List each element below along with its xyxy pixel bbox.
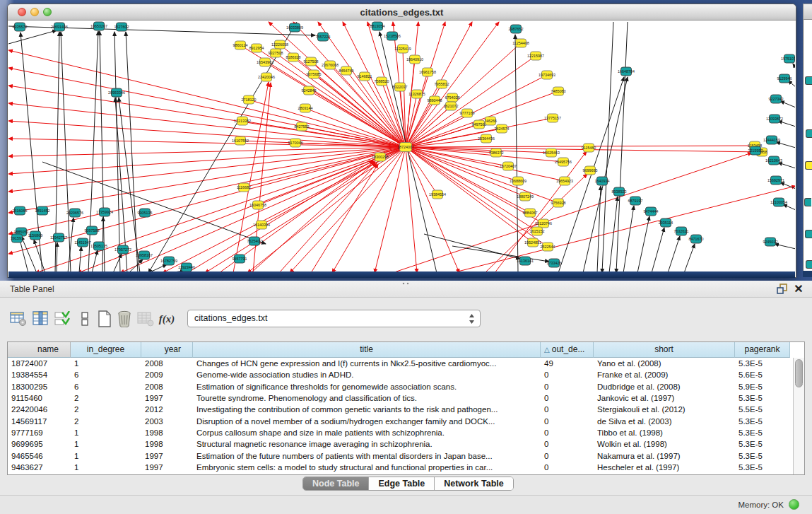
graph-node[interactable]: 9457791 — [233, 255, 247, 263]
graph-node[interactable]: 13775157 — [544, 114, 561, 122]
table-body[interactable]: 1872400712008Changes of HCN gene express… — [8, 358, 793, 474]
graph-node[interactable]: 16648784 — [618, 67, 635, 76]
graph-node[interactable]: 1621072 — [444, 102, 459, 110]
graph-node[interactable]: 9170046 — [288, 139, 303, 147]
citation-edge-black[interactable] — [148, 22, 297, 271]
citation-edge-black[interactable] — [129, 259, 143, 271]
graph-node[interactable]: 1640934 — [595, 177, 610, 185]
graph-node[interactable]: 18640910 — [406, 55, 423, 64]
float-panel-icon[interactable] — [777, 284, 789, 295]
citation-edge-black[interactable] — [452, 246, 549, 262]
import-table-icon[interactable] — [136, 309, 155, 329]
graph-node[interactable]: 10025463 — [543, 148, 560, 157]
graph-node[interactable]: 18807249 — [517, 192, 534, 201]
graph-node[interactable]: 9127508 — [304, 57, 319, 66]
citation-edge-black[interactable] — [776, 142, 795, 148]
table-row[interactable]: 1456911722003Disruption of a novel membe… — [8, 416, 793, 427]
graph-node[interactable]: 7625402 — [247, 237, 262, 245]
citation-edge-red[interactable] — [8, 147, 406, 234]
citation-edge-red[interactable] — [406, 147, 437, 194]
graph-node[interactable]: 9242848 — [302, 86, 317, 95]
graph-node[interactable]: 9375685 — [307, 70, 322, 78]
graph-node[interactable]: 9245012 — [763, 238, 778, 246]
graph-node[interactable]: 19524851 — [524, 238, 541, 247]
graph-node[interactable]: 8938923 — [612, 187, 627, 196]
citation-edge-red[interactable] — [375, 147, 406, 271]
column-header-in_degree[interactable]: in_degree — [71, 342, 141, 358]
column-header-short[interactable]: short — [594, 342, 735, 358]
graph-node[interactable]: 11325419 — [394, 45, 411, 53]
graph-node[interactable]: 2718120 — [242, 95, 257, 104]
citation-edge-black[interactable] — [684, 244, 695, 271]
citation-edge-red[interactable] — [8, 147, 406, 192]
function-builder-icon[interactable]: f(x) — [157, 309, 177, 329]
graph-node[interactable]: 9129946 — [777, 74, 792, 83]
graph-node[interactable]: 15751074 — [781, 54, 795, 63]
column-header-title[interactable]: title — [193, 342, 541, 358]
citation-edge-red[interactable] — [276, 53, 406, 147]
table-row[interactable]: 1872400712008Changes of HCN gene express… — [8, 358, 793, 369]
graph-node[interactable]: 7557224 — [316, 33, 331, 41]
new-table-icon[interactable] — [95, 309, 114, 329]
graph-node[interactable]: 8912954 — [249, 44, 264, 52]
graph-node[interactable]: 1156869 — [28, 231, 43, 240]
graph-node[interactable]: 12226058 — [271, 40, 288, 49]
citation-edge-black[interactable] — [515, 35, 518, 271]
citation-edge-black[interactable] — [88, 31, 98, 271]
graph-node[interactable]: 2935114 — [659, 218, 673, 227]
graph-node[interactable]: 9227343 — [769, 95, 784, 103]
graph-node[interactable]: 20953346 — [108, 88, 125, 97]
memory-indicator-icon[interactable] — [789, 499, 799, 510]
graph-node[interactable]: 20206576 — [66, 209, 83, 217]
delete-table-icon[interactable] — [114, 309, 134, 329]
table-row[interactable]: 946554611997Estimation of the future num… — [8, 450, 793, 462]
citation-edge-red[interactable] — [406, 147, 533, 243]
table-selector-dropdown[interactable]: citations_edges.txt — [187, 310, 481, 327]
graph-node[interactable]: 16961758 — [419, 68, 436, 76]
graph-node[interactable]: 2803144 — [298, 104, 313, 112]
graph-node[interactable]: 8454749 — [339, 66, 354, 75]
citation-edge-red[interactable] — [8, 147, 406, 156]
window-titlebar[interactable]: citations_edges.txt — [8, 4, 796, 21]
citation-edge-red[interactable] — [247, 147, 406, 271]
citation-edge-red[interactable] — [8, 147, 406, 254]
citation-edge-black[interactable] — [780, 101, 795, 107]
close-panel-icon[interactable]: ✕ — [792, 283, 805, 296]
citation-edge-black[interactable] — [668, 236, 680, 271]
graph-node[interactable]: 6794028 — [445, 93, 460, 102]
table-row[interactable]: 969969511998Structural magnetic resonanc… — [8, 438, 793, 450]
graph-node[interactable]: 3215953 — [748, 146, 763, 155]
network-window[interactable]: citations_edges.txt 98601248912954122260… — [7, 4, 796, 278]
citation-edge-black[interactable] — [609, 197, 618, 271]
graph-node[interactable]: 9699695 — [583, 166, 598, 175]
graph-node[interactable]: 12942757 — [50, 233, 67, 242]
graph-node[interactable]: 23676068 — [322, 61, 339, 69]
table-row[interactable]: 911546021997Tourette syndrome. Phenomeno… — [8, 392, 793, 404]
graph-node[interactable]: 391591 — [11, 234, 23, 243]
graph-node[interactable]: 19384554 — [429, 190, 446, 199]
citation-edge-black[interactable] — [783, 204, 795, 210]
graph-node[interactable]: 9756928 — [551, 199, 566, 207]
graph-node[interactable]: 1733426 — [547, 259, 562, 267]
citation-edge-black[interactable] — [126, 32, 138, 271]
table-row[interactable]: 1938455462009Genome-wide association stu… — [8, 369, 793, 380]
graph-node[interactable]: 7485083 — [551, 87, 566, 95]
graph-node[interactable]: 19654923 — [556, 177, 573, 185]
graph-node[interactable]: 16782759 — [160, 257, 177, 265]
graph-node[interactable]: 4935572 — [13, 23, 28, 31]
citation-edge-black[interactable] — [775, 244, 795, 249]
citation-edge-black[interactable] — [623, 206, 634, 271]
graph-node[interactable]: 7955812 — [435, 80, 449, 88]
scrollbar-thumb[interactable] — [795, 359, 803, 387]
graph-node[interactable]: 12923446 — [178, 263, 195, 271]
column-header-year[interactable]: year — [141, 342, 193, 358]
citation-edge-black[interactable] — [114, 32, 120, 271]
graph-node[interactable]: 2516065 — [13, 206, 28, 215]
graph-node[interactable]: 9327508 — [269, 49, 283, 57]
citation-edge-black[interactable] — [100, 31, 105, 271]
graph-node[interactable]: 17957272 — [114, 245, 131, 254]
graph-hub-node[interactable]: 18724007 — [397, 143, 414, 152]
graph-node[interactable]: 9115460 — [582, 144, 596, 152]
citation-edge-black[interactable] — [652, 228, 664, 271]
graph-node[interactable]: 9474444 — [644, 207, 659, 216]
